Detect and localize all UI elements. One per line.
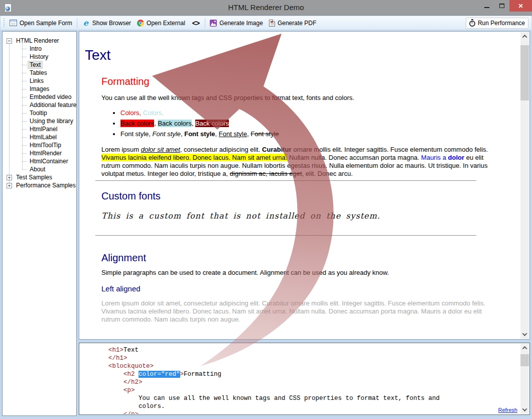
scroll-up-button[interactable]	[520, 344, 529, 352]
chevron-down-icon	[522, 406, 527, 411]
tree-item-htmllabel[interactable]: HtmlLabel	[22, 133, 75, 141]
generate-pdf-button[interactable]: Generate PDF	[266, 18, 319, 28]
tree-item-intro[interactable]: Intro	[22, 45, 75, 53]
tree-connector	[22, 81, 27, 81]
text-segment: <h2	[123, 371, 139, 378]
text-segment: ,	[192, 120, 195, 127]
tree-connector	[22, 113, 27, 114]
tree-item-additional-features[interactable]: Additional features	[22, 101, 75, 109]
custom-font-text: This is a custom font that is not instal…	[101, 212, 494, 220]
html-preview-panel: Text Formatting You can use all the well…	[79, 31, 530, 340]
tree-item-tables[interactable]: Tables	[22, 69, 75, 77]
text-segment: Nullam nulla. Donec accumsan porta magna…	[287, 154, 421, 161]
tree-item-text[interactable]: Text	[22, 61, 75, 69]
tree-connector	[22, 65, 27, 65]
text-segment: Colors,	[120, 109, 143, 117]
tree-item-htmltooltip[interactable]: HtmlToolTip	[22, 141, 75, 149]
tree-item-label: About	[28, 166, 47, 173]
tree-item-using-the-library[interactable]: Using the library	[22, 117, 75, 125]
tree-item-label: Tables	[28, 69, 49, 76]
text-segment: , consectetur adipiscing elit.	[180, 146, 262, 153]
text-segment: Font style	[219, 130, 247, 138]
tree-item-history[interactable]: History	[22, 53, 75, 61]
maximize-button[interactable]	[494, 0, 509, 12]
open-external-label: Open External	[147, 20, 185, 27]
preview-scrollbar[interactable]	[520, 32, 529, 339]
pdf-icon	[269, 20, 275, 27]
text-segment	[108, 371, 123, 378]
tree-root-label: HTML Renderer	[15, 37, 61, 44]
samples-tree-panel: HTML Renderer IntroHistoryTextTablesLink…	[2, 31, 77, 416]
tree-item-images[interactable]: Images	[22, 85, 75, 93]
open-sample-form-button[interactable]: Open Sample Form	[7, 18, 75, 28]
tree-item-label: Embeded video	[28, 93, 73, 100]
text-segment: dignissim ac, iaculis eget	[230, 170, 302, 177]
tree-root-html-renderer[interactable]: HTML Renderer	[7, 37, 75, 45]
tree-item-label: Additional features	[28, 101, 77, 109]
text-segment: dolor	[448, 154, 465, 161]
toolbar-separator	[205, 18, 205, 28]
code-line: <blockquote>	[108, 362, 520, 370]
html-source-editor[interactable]: <h1>Text</h1><blockquote> <h2 color="red…	[80, 343, 520, 414]
scroll-up-button[interactable]	[520, 32, 529, 41]
tree-item-htmlpanel[interactable]: HtmlPanel	[22, 125, 75, 133]
html-source-panel: <h1>Text</h1><blockquote> <h2 color="red…	[79, 343, 530, 415]
scrollbar-thumb[interactable]	[520, 354, 529, 366]
text-segment: Text	[123, 347, 139, 354]
scroll-down-button[interactable]	[520, 330, 529, 339]
close-icon: ✕	[518, 3, 523, 10]
expand-icon[interactable]	[7, 183, 12, 188]
tree-item-label: Performance Samples	[15, 182, 77, 189]
text-segment: Font style	[250, 130, 279, 138]
tree-item-label: History	[28, 53, 50, 60]
chrome-icon	[137, 20, 144, 27]
text-segment: Formatting	[184, 371, 221, 378]
code-brackets-button[interactable]: <>	[188, 18, 203, 29]
tree-item-performance-samples[interactable]: Performance Samples	[7, 181, 75, 189]
tree-connector	[22, 97, 27, 97]
code-line: <h1>Text	[108, 346, 520, 354]
close-button[interactable]: ✕	[509, 0, 532, 12]
text-segment: Colors,	[143, 109, 166, 117]
tree-item-test-samples[interactable]: Test Samples	[7, 173, 75, 181]
minimize-button[interactable]	[479, 0, 494, 12]
text-segment: </p>	[123, 411, 139, 414]
run-performance-button[interactable]: Run Performance	[466, 18, 528, 29]
tree-item-embeded-video[interactable]: Embeded video	[22, 93, 75, 101]
image-icon	[210, 20, 217, 27]
refresh-link[interactable]: Refresh	[498, 407, 517, 413]
text-segment: ,	[149, 130, 152, 138]
minimize-icon	[484, 7, 489, 8]
tree-item-htmlcontainer[interactable]: HtmlContainer	[22, 157, 75, 165]
expand-icon[interactable]	[7, 175, 12, 180]
tree-item-tooltip[interactable]: Tooltip	[22, 109, 75, 117]
toolbar-grip[interactable]	[3, 18, 5, 28]
text-segment: Vivamus lacinia eleifend libero. Donec l…	[101, 154, 287, 161]
tree-connector	[22, 145, 27, 146]
tree-children: IntroHistoryTextTablesLinksImagesEmbeded…	[22, 45, 75, 173]
chevron-up-icon	[522, 346, 527, 351]
show-browser-button[interactable]: Show Browser	[79, 18, 134, 29]
colors-list-item: Colors, Colors, Colors	[120, 109, 494, 118]
text-segment: Colors	[166, 109, 185, 117]
text-segment: Curabitur	[262, 146, 292, 153]
scrollbar-thumb[interactable]	[520, 45, 529, 100]
maximize-icon	[499, 4, 504, 8]
generate-image-button[interactable]: Generate Image	[207, 18, 266, 28]
tree-item-links[interactable]: Links	[22, 77, 75, 85]
run-performance-label: Run Performance	[478, 20, 525, 27]
formatting-intro: You can use all the well known tags and …	[101, 94, 494, 102]
tree-item-about[interactable]: About	[22, 165, 75, 173]
tree-item-label: Tooltip	[28, 110, 49, 117]
open-external-button[interactable]: Open External	[134, 18, 188, 28]
caption-buttons: ✕	[479, 0, 532, 12]
text-segment: <blockquote>	[108, 363, 154, 370]
tree-connector	[22, 161, 27, 162]
tree-connector	[22, 57, 27, 57]
scroll-down-button[interactable]	[520, 405, 529, 414]
source-scrollbar[interactable]	[520, 344, 529, 414]
form-icon	[10, 20, 17, 26]
collapse-icon[interactable]	[7, 38, 12, 44]
tree-item-htmlrender[interactable]: HtmlRender	[22, 149, 75, 157]
tree-connector	[22, 121, 27, 122]
